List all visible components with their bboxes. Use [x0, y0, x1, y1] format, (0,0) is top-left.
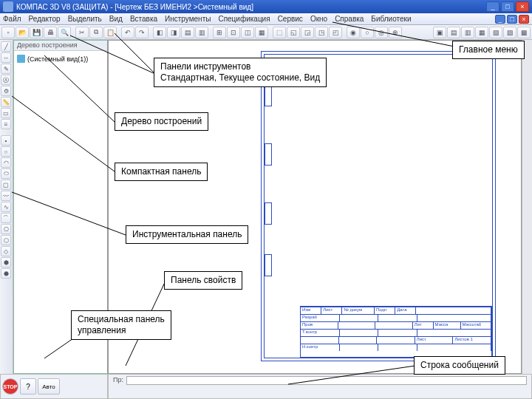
props-label: Пр:	[113, 376, 123, 383]
edit-icon[interactable]: ✎	[1, 64, 11, 74]
mdi-minimize-button[interactable]: _	[495, 15, 505, 24]
copy-icon[interactable]: ⧉	[89, 27, 103, 38]
menu-view[interactable]: Вид	[109, 15, 123, 23]
tool-icon[interactable]: ◇	[1, 246, 11, 256]
tool-icon[interactable]: ⬚	[273, 27, 286, 38]
special-control-panel: STOP ? Авто	[0, 374, 108, 399]
close-button[interactable]: ×	[516, 1, 529, 12]
tree-root-item[interactable]: (Системный вид(1))	[17, 54, 104, 64]
tool-icon[interactable]: ▤	[181, 27, 194, 38]
mdi-close-button[interactable]: ×	[519, 15, 529, 24]
open-icon[interactable]: 📂	[16, 27, 29, 38]
help-button[interactable]: ?	[20, 378, 36, 395]
mdi-maximize-button[interactable]: □	[507, 15, 517, 24]
menu-file[interactable]: Файл	[3, 15, 21, 23]
tool-icon[interactable]: ▨	[503, 27, 516, 38]
dimension-icon[interactable]: ↔	[1, 52, 11, 63]
tool-icon[interactable]: ◱	[287, 27, 300, 38]
menu-select[interactable]: Выделить	[68, 15, 102, 23]
menu-window[interactable]: Окно	[310, 15, 327, 23]
callout-build-tree: Дерево построений	[115, 112, 208, 131]
tool-icon[interactable]: ○	[1, 146, 11, 157]
tool-icon[interactable]: ◎	[375, 27, 388, 38]
tool-icon[interactable]: ⊞	[213, 27, 226, 38]
cut-icon[interactable]: ✂	[75, 27, 89, 38]
callout-toolbars: Панели инструментов Стандартная, Текущее…	[154, 58, 327, 87]
window-titlebar: КОМПАС 3D V8 (ЗАЩИТА) - [Чертеж БЕЗ ИМЕН…	[0, 0, 532, 13]
tool-icon[interactable]: ◉	[347, 27, 360, 38]
tool-icon[interactable]: ⎔	[1, 224, 11, 234]
menu-insert[interactable]: Вставка	[130, 15, 157, 23]
callout-status-bar: Строка сообщений	[414, 356, 505, 375]
menu-libraries[interactable]: Библиотеки	[371, 15, 411, 23]
tool-icon[interactable]: ▦	[475, 27, 488, 38]
stop-button[interactable]: STOP	[2, 378, 18, 395]
new-icon[interactable]: ▫	[1, 27, 15, 38]
undo-icon[interactable]: ↶	[121, 27, 134, 38]
menu-tools[interactable]: Инструменты	[165, 15, 211, 23]
callout-compact-panel: Компактная панель	[115, 163, 208, 181]
tool-icon[interactable]: ▤	[447, 27, 460, 38]
menu-spec[interactable]: Спецификация	[218, 15, 270, 23]
tree-header: Дерево построения	[14, 41, 107, 51]
auto-button[interactable]: Авто	[38, 378, 60, 395]
redo-icon[interactable]: ↷	[135, 27, 149, 38]
tool-icon[interactable]: ◲	[301, 27, 314, 38]
tool-icon[interactable]: ⊕	[389, 27, 402, 38]
tree-item-label: (Системный вид(1))	[27, 55, 88, 63]
tool-icon[interactable]: ▢	[1, 180, 11, 190]
menu-service[interactable]: Сервис	[278, 15, 303, 23]
tool-icon[interactable]: ▥	[461, 27, 474, 38]
props-input[interactable]	[126, 376, 527, 385]
menu-help[interactable]: Справка	[335, 15, 364, 23]
menu-edit[interactable]: Редактор	[29, 15, 61, 23]
spec-icon[interactable]: ≡	[1, 119, 11, 129]
param-icon[interactable]: ⚙	[1, 86, 11, 96]
main-menu: Файл Редактор Выделить Вид Вставка Инстр…	[0, 13, 532, 25]
tool-icon[interactable]: ○	[361, 27, 374, 38]
window-title: КОМПАС 3D V8 (ЗАЩИТА) - [Чертеж БЕЗ ИМЕН…	[16, 3, 486, 11]
tool-icon[interactable]: ◧	[153, 27, 166, 38]
drawing-sheet: Изм Лист № докум Подп Дата Разраб Пров Л…	[256, 47, 500, 366]
tool-icon[interactable]: ⊡	[227, 27, 240, 38]
tool-icon[interactable]: ⬡	[1, 235, 11, 245]
measure-icon[interactable]: 📏	[1, 97, 11, 107]
properties-panel: Пр:	[108, 374, 532, 399]
tool-icon[interactable]: ⌒	[1, 213, 11, 223]
symbol-icon[interactable]: Ⓐ	[1, 75, 11, 85]
tool-icon[interactable]: ⬢	[1, 257, 11, 267]
tool-icon[interactable]: ▧	[489, 27, 502, 38]
compact-panel: ╱ ↔ ✎ Ⓐ ⚙ 📏 ▭ ≡ • ○ ◠ ⬭ ▢ 〰 ∿ ⌒ ⎔ ⬡ ◇ ⬢ …	[0, 40, 13, 374]
document-icon	[17, 55, 25, 63]
tool-icon[interactable]: 〰	[1, 191, 11, 201]
callout-main-menu: Главное меню	[452, 41, 525, 59]
title-block: Изм Лист № докум Подп Дата Разраб Пров Л…	[300, 306, 492, 358]
preview-icon[interactable]: 🔍	[58, 27, 71, 38]
callout-tool-panel: Инструментальная панель	[126, 225, 248, 244]
minimize-button[interactable]: _	[486, 1, 499, 12]
select-icon[interactable]: ▭	[1, 108, 11, 118]
toolbar-standard: ▫ 📂 💾 🖶 🔍 ✂ ⧉ 📋 ↶ ↷ ◧ ◨ ▤ ▥ ⊞ ⊡ ◫ ▦ ⬚ ◱ …	[0, 25, 532, 40]
tool-icon[interactable]: ▩	[517, 27, 531, 38]
tool-icon[interactable]: ▣	[433, 27, 446, 38]
maximize-button[interactable]: □	[501, 1, 514, 12]
geometry-icon[interactable]: ╱	[1, 41, 11, 52]
tool-icon[interactable]: ▥	[195, 27, 208, 38]
vertical-scrollbar[interactable]	[522, 40, 532, 374]
tool-icon[interactable]: ◠	[1, 157, 11, 168]
tool-icon[interactable]: ◫	[241, 27, 254, 38]
paste-icon[interactable]: 📋	[103, 27, 117, 38]
tool-icon[interactable]: ▦	[255, 27, 268, 38]
tool-icon[interactable]: •	[1, 135, 11, 146]
callout-properties: Панель свойств	[164, 271, 242, 290]
tool-icon[interactable]: ◨	[167, 27, 180, 38]
save-icon[interactable]: 💾	[30, 27, 43, 38]
tool-icon[interactable]: ◰	[329, 27, 342, 38]
tool-icon[interactable]: ◳	[315, 27, 328, 38]
app-icon	[3, 1, 13, 12]
callout-special-panel: Специальная панель управления	[71, 310, 171, 340]
tool-icon[interactable]: ⬣	[1, 268, 11, 279]
tool-icon[interactable]: ∿	[1, 202, 11, 212]
tool-icon[interactable]: ⬭	[1, 168, 11, 179]
print-icon[interactable]: 🖶	[44, 27, 57, 38]
